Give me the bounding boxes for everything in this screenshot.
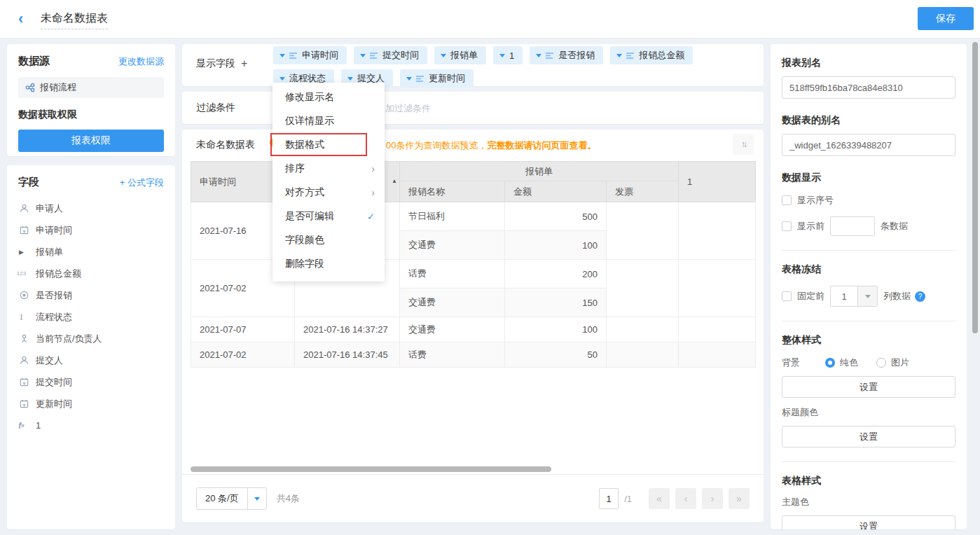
report-permission-button[interactable]: 报表权限 [18,130,164,152]
menu-item-排序[interactable]: 排序› [272,157,385,181]
field-item-是否报销[interactable]: 是否报销 [18,284,164,306]
back-icon[interactable]: ‹ [18,9,23,29]
menu-item-删除字段[interactable]: 删除字段 [272,252,385,276]
cell-expense-name[interactable]: 话费 [400,260,505,289]
field-chip-1[interactable]: 1 [493,46,523,64]
field-chip-更新时间[interactable]: 更新时间 [400,69,474,88]
page-title[interactable]: 未命名数据表 [41,11,108,29]
background-set-button[interactable]: 设置 [782,376,955,398]
chip-label: 1 [509,50,514,61]
field-item-报销单[interactable]: ▶报销单 [18,241,164,263]
filter-label: 过滤条件 [196,102,235,114]
theme-color-set-button[interactable]: 设置 [782,515,955,529]
menu-item-是否可编辑[interactable]: 是否可编辑✓ [272,204,385,228]
total-count: 共4条 [277,492,300,505]
cell-submit-time[interactable]: 2021-07-16 14:37:27 [295,317,400,342]
cell-amount[interactable]: 200 [505,260,607,289]
field-chip-是否报销[interactable]: 是否报销 [530,46,603,64]
row-limit-input[interactable] [830,216,875,236]
display-fields-card: 显示字段 + 申请时间提交时间报销单1是否报销报销总金额流程状态提交人更新时间 [182,44,764,86]
field-item-提交时间[interactable]: 提交时间 [18,371,164,393]
page-size-select[interactable]: 20 条/页 [196,487,267,510]
field-item-label: 提交时间 [36,376,72,389]
field-chip-申请时间[interactable]: 申请时间 [273,46,347,64]
sort-order-icon[interactable]: ↑↓ [733,134,754,155]
cell-amount[interactable]: 150 [505,289,607,317]
menu-item-仅详情显示[interactable]: 仅详情显示 [272,109,385,133]
cell-expense-name[interactable]: 交通费 [400,231,505,260]
menu-item-数据格式[interactable]: 数据格式 [272,133,385,157]
menu-item-修改显示名[interactable]: 修改显示名 [272,85,385,109]
image-radio[interactable] [876,358,886,368]
flow-link-icon [25,83,35,92]
datasource-item[interactable]: 报销流程 [18,77,164,98]
title-color-set-button[interactable]: 设置 [782,426,955,447]
cell-expense-name[interactable]: 交通费 [400,289,505,317]
sort-lines-icon [370,52,378,59]
field-item-label: 流程状态 [36,311,72,324]
field-item-更新时间[interactable]: 更新时间 [18,393,164,415]
cell-extra[interactable] [679,342,756,368]
show-first-checkbox[interactable] [782,221,792,231]
field-chip-提交时间[interactable]: 提交时间 [354,46,427,64]
table-row: 2021-07-022021-07-16 14:37:45话费50 [191,342,756,368]
field-item-申请时间[interactable]: 申请时间 [18,219,164,241]
chevron-down-icon [279,77,285,81]
cell-amount[interactable]: 100 [505,317,607,342]
window-scrollbar[interactable] [972,42,978,333]
field-item-申请人[interactable]: 申请人 [18,197,164,219]
field-item-提交人[interactable]: 提交人 [18,349,164,371]
col-header-extra[interactable]: 1 [679,162,756,202]
cell-invoice[interactable] [607,202,679,260]
table-alias-input[interactable] [782,134,955,156]
page-number-input[interactable]: 1 [599,488,619,509]
cell-expense-name[interactable]: 交通费 [400,317,505,342]
prev-page-icon[interactable]: ‹ [675,488,696,509]
field-chip-报销单[interactable]: 报销单 [434,46,486,64]
field-item-流程状态[interactable]: I流程状态 [18,306,164,328]
field-item-当前节点/负责人[interactable]: 当前节点/负责人 [18,328,164,349]
cell-amount[interactable]: 50 [505,342,607,368]
table-freeze-label: 表格冻结 [782,263,955,276]
add-display-field-button[interactable]: + [241,57,247,70]
cell-date[interactable]: 2021-07-02 [191,342,295,368]
formula-icon: fx [18,421,30,431]
horizontal-scrollbar[interactable] [191,466,551,472]
cell-expense-name[interactable]: 节日福利 [400,202,505,231]
col-header-报销名称[interactable]: 报销名称 [400,181,505,202]
cell-date[interactable]: 2021-07-07 [191,317,295,342]
calendar-icon [18,377,30,387]
next-page-icon[interactable]: › [702,488,723,509]
cell-amount[interactable]: 100 [505,231,607,260]
solid-color-radio[interactable] [825,358,835,368]
cell-amount[interactable]: 500 [505,202,607,231]
cell-expense-name[interactable]: 话费 [400,342,505,368]
show-index-checkbox[interactable] [782,195,792,205]
first-page-icon[interactable]: « [649,488,670,509]
freeze-checkbox[interactable] [782,291,792,301]
freeze-count-select[interactable]: 1 [830,286,878,307]
change-datasource-link[interactable]: 更改数据源 [118,55,164,68]
report-alias-input[interactable] [782,76,955,99]
add-formula-field-link[interactable]: + 公式字段 [120,176,164,189]
menu-item-字段颜色[interactable]: 字段颜色 [272,228,385,252]
save-button[interactable]: 保存 [918,7,974,30]
chevron-down-icon [406,77,412,81]
freeze-prefix-label: 固定前 [797,290,824,303]
last-page-icon[interactable]: » [729,488,750,509]
col-header-发票[interactable]: 发票 [607,181,679,202]
cell-extra[interactable] [679,317,756,342]
field-item-1[interactable]: fx1 [18,415,164,436]
col-header-金额[interactable]: 金额 [505,181,607,202]
cell-submit-time[interactable]: 2021-07-16 14:37:45 [295,342,400,368]
help-icon[interactable]: ? [915,291,925,302]
cell-invoice[interactable] [607,260,679,317]
cell-invoice[interactable] [607,342,679,368]
cell-extra[interactable] [679,202,756,260]
field-item-报销总金额[interactable]: 123报销总金额 [18,263,164,284]
cell-invoice[interactable] [607,317,679,342]
field-chip-报销总金额[interactable]: 报销总金额 [610,46,693,64]
col-header-group[interactable]: 报销单 [400,162,679,181]
cell-extra[interactable] [679,260,756,317]
menu-item-对齐方式[interactable]: 对齐方式› [272,181,385,204]
